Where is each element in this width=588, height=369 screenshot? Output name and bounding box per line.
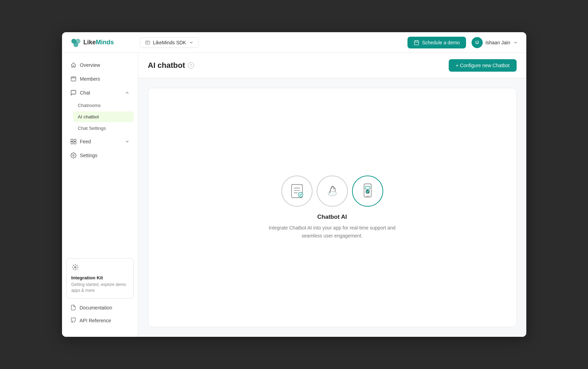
home-icon	[70, 62, 77, 68]
feed-icon	[70, 138, 77, 145]
docs-icon	[70, 305, 76, 310]
sidebar-item-feed[interactable]: Feed	[66, 135, 134, 148]
user-chevron-icon	[513, 40, 518, 45]
svg-rect-8	[71, 142, 73, 144]
feed-chevron-icon	[125, 139, 130, 144]
schedule-demo-button[interactable]: Schedule a demo	[407, 37, 466, 48]
topbar: LikeMinds LikeMinds SDK Schedule a demo …	[62, 32, 526, 53]
svg-point-17	[328, 191, 336, 196]
svg-rect-7	[74, 139, 76, 141]
chat-chevron-icon	[125, 90, 130, 95]
svg-rect-20	[365, 186, 370, 189]
settings-icon	[70, 152, 77, 159]
svg-point-21	[366, 190, 369, 194]
logo: LikeMinds	[70, 37, 140, 48]
svg-rect-3	[146, 41, 150, 44]
integration-title: Integration Kit	[71, 275, 129, 280]
sidebar-nav: Overview Members Chat Chatrooms	[62, 58, 138, 254]
sdk-label: LikeMinds SDK	[153, 40, 186, 45]
main-layout: Overview Members Chat Chatrooms	[62, 53, 526, 337]
docs-label: Documentation	[80, 305, 112, 310]
topbar-center: LikeMinds SDK	[140, 37, 407, 48]
sidebar-item-overview[interactable]: Overview	[66, 58, 134, 72]
sdk-icon	[145, 40, 150, 45]
avatar: IJ	[472, 37, 483, 48]
content-header: AI chatbot ? + Configure new Chatbot	[138, 53, 526, 78]
integration-desc: Getting started, explore demo apps & mor…	[71, 282, 129, 294]
empty-state: Chatbot AI Integrate Chatbot AI into you…	[263, 176, 402, 240]
svg-point-16	[298, 192, 303, 197]
sidebar-item-members[interactable]: Members	[66, 72, 134, 86]
app-window: LikeMinds LikeMinds SDK Schedule a demo …	[62, 32, 526, 337]
sidebar-item-api-reference[interactable]: API Reference	[66, 314, 134, 326]
configure-chatbot-button[interactable]: + Configure new Chatbot	[449, 59, 516, 72]
sidebar: Overview Members Chat Chatrooms	[62, 53, 138, 337]
sidebar-item-ai-chatbot[interactable]: AI chatbot	[73, 111, 134, 122]
integration-kit-card[interactable]: Integration Kit Getting started, explore…	[66, 258, 134, 299]
empty-state-card: Chatbot AI Integrate Chatbot AI into you…	[148, 88, 517, 327]
sdk-selector[interactable]: LikeMinds SDK	[140, 37, 199, 48]
sidebar-item-documentation[interactable]: Documentation	[66, 302, 134, 314]
sidebar-item-label: Settings	[80, 153, 98, 158]
illus-circle-2	[317, 176, 348, 207]
sidebar-item-chat[interactable]: Chat	[66, 86, 134, 99]
help-icon[interactable]: ?	[188, 62, 194, 69]
svg-point-11	[74, 267, 76, 268]
chat-label: Chat	[80, 90, 90, 96]
chat-icon	[70, 90, 77, 96]
svg-point-2	[73, 42, 78, 47]
api-label: API Reference	[80, 318, 111, 323]
sidebar-item-chat-settings[interactable]: Chat Settings	[73, 123, 134, 134]
sidebar-item-chatrooms[interactable]: Chatrooms	[73, 100, 134, 111]
svg-rect-9	[74, 142, 76, 144]
sidebar-item-label: Members	[80, 76, 100, 82]
empty-state-description: Integrate Chatbot AI into your app for r…	[263, 224, 402, 240]
page-title: AI chatbot	[148, 61, 185, 70]
chatbot-illustrations	[263, 176, 402, 207]
content-body: Chatbot AI Integrate Chatbot AI into you…	[138, 78, 526, 337]
svg-rect-6	[71, 139, 73, 141]
illus-circle-1	[281, 176, 313, 207]
feed-label: Feed	[80, 139, 91, 144]
content-area: AI chatbot ? + Configure new Chatbot	[138, 53, 526, 337]
api-icon	[70, 317, 76, 323]
topbar-actions: Schedule a demo IJ Ishaan Jain	[407, 37, 518, 48]
empty-state-title: Chatbot AI	[263, 214, 402, 220]
logo-text: LikeMinds	[84, 39, 114, 46]
user-name: Ishaan Jain	[485, 40, 510, 45]
svg-point-10	[72, 155, 74, 156]
svg-rect-4	[414, 40, 419, 45]
members-icon	[70, 76, 77, 82]
chat-sub-nav: Chatrooms AI chatbot Chat Settings	[73, 100, 134, 134]
integration-icon	[71, 263, 129, 272]
sidebar-item-label: Overview	[80, 62, 100, 68]
page-title-row: AI chatbot ?	[148, 61, 194, 70]
svg-rect-5	[71, 77, 76, 81]
logo-icon	[70, 37, 81, 48]
user-menu[interactable]: IJ Ishaan Jain	[472, 37, 518, 48]
sidebar-bottom: Integration Kit Getting started, explore…	[62, 254, 138, 331]
chevron-down-icon	[189, 40, 194, 45]
sidebar-item-settings[interactable]: Settings	[66, 149, 134, 162]
illus-circle-3	[352, 176, 383, 207]
calendar-icon	[414, 40, 419, 45]
